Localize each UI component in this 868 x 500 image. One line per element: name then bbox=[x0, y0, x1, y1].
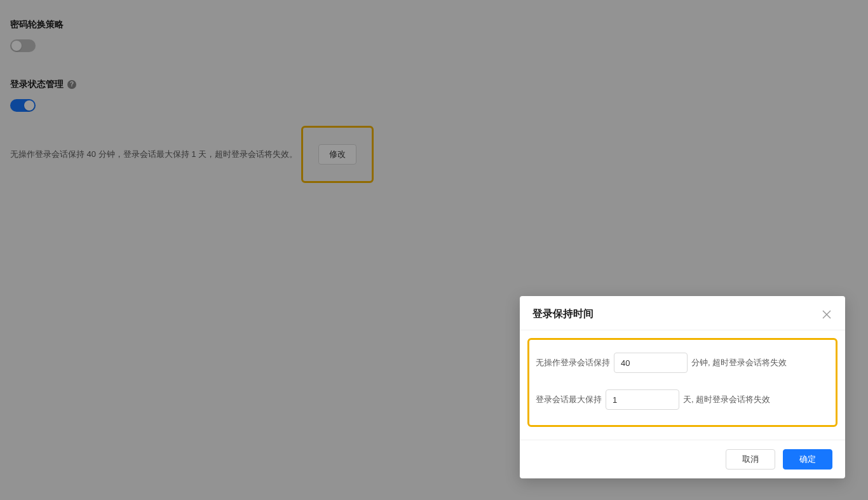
idle-timeout-suffix: 分钟, 超时登录会话将失效 bbox=[691, 357, 787, 368]
max-duration-suffix: 天, 超时登录会话将失效 bbox=[683, 394, 770, 405]
idle-timeout-input[interactable] bbox=[614, 353, 688, 373]
idle-timeout-row: 无操作登录会话保持 分钟, 超时登录会话将失效 bbox=[536, 353, 829, 373]
max-duration-prefix: 登录会话最大保持 bbox=[536, 394, 602, 405]
login-duration-modal: 登录保持时间 无操作登录会话保持 分钟, 超时登录会话将失效 登录会话最大保持 … bbox=[520, 296, 845, 478]
close-icon bbox=[822, 309, 832, 320]
modal-body: 无操作登录会话保持 分钟, 超时登录会话将失效 登录会话最大保持 天, 超时登录… bbox=[520, 330, 845, 440]
max-duration-input[interactable] bbox=[606, 389, 679, 410]
close-button[interactable] bbox=[821, 309, 832, 320]
fields-highlight: 无操作登录会话保持 分钟, 超时登录会话将失效 登录会话最大保持 天, 超时登录… bbox=[527, 338, 837, 427]
max-duration-row: 登录会话最大保持 天, 超时登录会话将失效 bbox=[536, 389, 829, 410]
modal-title: 登录保持时间 bbox=[532, 307, 593, 321]
modal-footer: 取消 确定 bbox=[520, 440, 845, 478]
cancel-button[interactable]: 取消 bbox=[726, 449, 775, 470]
confirm-button[interactable]: 确定 bbox=[783, 449, 832, 470]
modal-header: 登录保持时间 bbox=[520, 296, 845, 330]
idle-timeout-prefix: 无操作登录会话保持 bbox=[536, 357, 610, 368]
